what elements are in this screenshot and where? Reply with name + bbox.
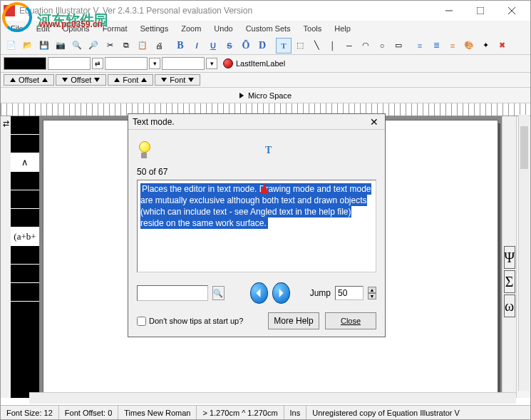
font-down-button[interactable]: Font — [155, 74, 200, 86]
tip-text-box[interactable]: Places the editor in text mode. Drawing … — [137, 180, 376, 272]
palette-icon[interactable]: 🎨 — [461, 38, 477, 53]
doublestrike-button[interactable]: D — [254, 38, 270, 53]
prev-tip-button[interactable] — [250, 282, 268, 304]
dialog-close-button[interactable]: ✕ — [368, 116, 381, 128]
last-item-indicator: LastItemLabel — [223, 58, 285, 68]
status-ins: Ins — [284, 406, 307, 419]
overline-button[interactable]: Ō — [238, 38, 254, 53]
vline-icon[interactable]: │ — [325, 38, 341, 53]
new-icon[interactable]: 📄 — [4, 38, 19, 53]
circle-icon[interactable]: ○ — [374, 38, 390, 53]
sidebar-cell[interactable] — [11, 135, 39, 153]
save-icon[interactable]: 💾 — [36, 38, 52, 53]
jump-label: Jump — [310, 288, 331, 298]
sidebar-cell[interactable] — [11, 172, 39, 190]
menu-help[interactable]: Help — [329, 23, 356, 34]
sidebar-cell[interactable] — [11, 116, 39, 135]
last-item-label: LastItemLabel — [236, 59, 285, 68]
menu-edit[interactable]: Edit — [31, 23, 56, 34]
jump-input[interactable] — [335, 286, 364, 300]
micro-space-label: Micro Space — [248, 91, 292, 100]
dialog-title: Text mode. — [133, 117, 368, 127]
menu-customsets[interactable]: Custom Sets — [240, 23, 297, 34]
search-icon[interactable]: 🔍 — [212, 286, 225, 300]
status-bar: Font Size: 12 Font Offset: 0 Times New R… — [1, 405, 530, 419]
left-margin-icon[interactable]: ⇄ — [1, 116, 11, 398]
fill-color-swatch[interactable] — [105, 57, 148, 70]
strike-button[interactable]: S — [222, 38, 237, 53]
sidebar-cell[interactable] — [11, 209, 39, 227]
symbol-sidebar: ∧ (a+b+ — [11, 116, 39, 398]
line-tool-icon[interactable]: ╲ — [309, 38, 324, 53]
zoom-out-icon[interactable]: 🔎 — [86, 38, 101, 53]
omega-cap-icon[interactable]: ω — [504, 294, 515, 317]
color-picker-icon[interactable]: ▾ — [149, 58, 160, 69]
zoom-in-icon[interactable]: 🔍 — [69, 38, 85, 53]
swap-colors-icon[interactable]: ⇄ — [92, 58, 103, 69]
svg-rect-0 — [477, 7, 484, 14]
menu-zoom[interactable]: Zoom — [175, 23, 207, 34]
psi-cap-icon[interactable]: Ψ — [504, 246, 515, 269]
maximize-button[interactable] — [465, 1, 496, 20]
bold-button[interactable]: B — [172, 38, 188, 53]
menu-options[interactable]: Options — [57, 23, 96, 34]
sidebar-cell-wedge[interactable]: ∧ — [11, 153, 39, 172]
text-mode-button[interactable]: T — [276, 38, 292, 53]
line-style-icon[interactable]: ▾ — [206, 58, 217, 69]
status-font-size: Font Size: 12 — [1, 406, 59, 419]
search-input[interactable] — [137, 285, 208, 301]
copy-icon[interactable]: ⧉ — [118, 38, 134, 53]
cut-icon[interactable]: ✂ — [102, 38, 118, 53]
sidebar-cell-expr[interactable]: (a+b+ — [11, 227, 39, 246]
next-tip-button[interactable] — [272, 282, 290, 304]
italic-button[interactable]: I — [189, 38, 205, 53]
vertical-scrollbar[interactable] — [518, 115, 530, 391]
tool-b-icon[interactable]: ✖ — [494, 38, 510, 53]
sidebar-cell[interactable] — [11, 283, 39, 302]
rect-icon[interactable]: ▭ — [391, 38, 406, 53]
tool-a-icon[interactable]: ✦ — [478, 38, 493, 53]
background-color-swatch[interactable] — [4, 57, 46, 70]
status-font-name: Times New Roman — [118, 406, 197, 419]
horizontal-scrollbar[interactable] — [29, 392, 516, 404]
open-icon[interactable]: 📂 — [20, 38, 36, 53]
lightbulb-icon — [137, 141, 151, 160]
close-button[interactable] — [496, 1, 527, 20]
sidebar-cell[interactable] — [11, 265, 39, 283]
menu-settings[interactable]: Settings — [134, 23, 174, 34]
menu-tools[interactable]: Tools — [298, 23, 328, 34]
camera-icon[interactable]: 📷 — [53, 38, 68, 53]
menu-file[interactable]: File — [5, 23, 29, 34]
arc-icon[interactable]: ◠ — [358, 38, 373, 53]
font-up-button[interactable]: Font — [108, 74, 153, 86]
sigma-cap-icon[interactable]: Σ — [504, 270, 515, 293]
print-icon[interactable]: 🖨 — [151, 38, 167, 53]
dont-show-checkbox[interactable]: Don't show tips at start up? — [137, 317, 243, 326]
line-style-preview[interactable] — [162, 57, 205, 70]
text-mode-glyph-icon: T — [265, 145, 272, 156]
offset-up-button[interactable]: Offset — [4, 74, 54, 86]
sidebar-cell[interactable] — [11, 246, 39, 265]
more-help-button[interactable]: More Help — [268, 312, 319, 329]
status-registration: Unregistered copy of Equation Illustrato… — [306, 406, 530, 419]
align-left-icon[interactable]: ≡ — [412, 38, 428, 53]
jump-spinner[interactable]: ▲▼ — [368, 287, 376, 299]
tips-dialog: Text mode. ✕ T 50 of 67 Places the edito… — [128, 113, 386, 337]
select-tool-icon[interactable]: ⬚ — [292, 38, 308, 53]
underline-button[interactable]: U — [205, 38, 221, 53]
dont-show-check-input[interactable] — [137, 317, 146, 326]
align-center-icon[interactable]: ≣ — [428, 38, 444, 53]
hline-icon[interactable]: ─ — [341, 38, 357, 53]
sidebar-cell[interactable] — [11, 190, 39, 209]
dont-show-label: Don't show tips at start up? — [149, 317, 243, 325]
menu-undo[interactable]: Undo — [208, 23, 238, 34]
tip-counter: 50 of 67 — [137, 167, 376, 177]
paste-icon[interactable]: 📋 — [135, 38, 150, 53]
minimize-button[interactable] — [433, 1, 465, 20]
offset-down-button[interactable]: Offset — [56, 74, 106, 86]
menu-format[interactable]: Format — [97, 23, 133, 34]
close-button[interactable]: Close — [325, 312, 376, 329]
foreground-color-swatch[interactable] — [48, 57, 91, 70]
align-right-icon[interactable]: ≡ — [445, 38, 460, 53]
record-dot-icon — [223, 58, 233, 68]
